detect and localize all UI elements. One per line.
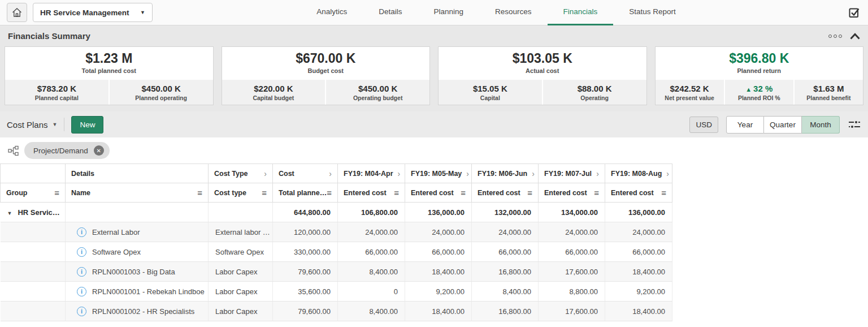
more-options-icon[interactable] <box>828 35 842 38</box>
month-value[interactable]: 16,800.00 <box>472 262 539 282</box>
planned-capital-value: $783.20 K <box>37 84 76 94</box>
planned-benefit-value: $1.63 M <box>813 84 844 94</box>
plan-name: RPLN0001002 - HR Specialists <box>92 307 194 316</box>
info-icon[interactable]: i <box>77 247 86 257</box>
plan-name: Software Opex <box>92 248 141 256</box>
trend-up-icon: ▲ <box>745 86 752 93</box>
column-menu-icon[interactable]: ≡ <box>527 188 532 197</box>
actual-cost-value: $103.05 K <box>513 51 572 66</box>
table-group-row[interactable]: ▼HR Servic… 644,800.00 106,800.00 136,00… <box>1 203 672 222</box>
group-month-value: 136,000.00 <box>605 203 672 222</box>
new-button[interactable]: New <box>71 116 103 134</box>
financials-summary-section: Financials Summary $1.23 M Total planned… <box>0 25 868 111</box>
info-icon[interactable]: i <box>77 307 86 316</box>
period-quarter-button[interactable]: Quarter <box>764 116 802 134</box>
grouping-filter-row: Project/Demand ✕ <box>0 137 868 164</box>
group-column-header: Group≡ <box>1 183 66 203</box>
budget-cost-value: $670.00 K <box>296 51 355 66</box>
card-actual-cost: $103.05 K Actual cost $15.05 K Capital $… <box>438 46 647 105</box>
card-total-planned-cost: $1.23 M Total planned cost $783.20 K Pla… <box>5 46 214 105</box>
table-row[interactable]: iSoftware Opex Software Opex 330,000.00 … <box>1 242 672 262</box>
month-value[interactable]: 9,200.00 <box>605 282 672 302</box>
month-value[interactable]: 8,400.00 <box>338 262 405 282</box>
capital-budget-value: $220.00 K <box>254 84 293 94</box>
month-value[interactable]: 18,400.00 <box>405 302 472 321</box>
month-value[interactable]: 66,000.00 <box>539 242 605 262</box>
cost-plans-dropdown[interactable]: Cost Plans ▼ <box>7 120 57 130</box>
planned-capital-label: Planned capital <box>35 94 79 101</box>
column-menu-icon[interactable]: ≡ <box>661 188 666 197</box>
month-value[interactable]: 17,600.00 <box>539 302 605 321</box>
info-icon[interactable]: i <box>77 267 86 277</box>
month-value[interactable]: 16,800.00 <box>472 302 539 321</box>
group-by-chip[interactable]: Project/Demand ✕ <box>24 142 110 159</box>
month-value[interactable]: 24,000.00 <box>405 222 472 242</box>
fy19-m06-header[interactable]: FY19: M06-Jun› <box>472 164 539 183</box>
plan-name: RPLN0001001 - Rebekah Lindboe <box>92 287 205 296</box>
collapse-chevron-up-icon[interactable] <box>850 33 860 40</box>
month-value[interactable]: 24,000.00 <box>539 222 605 242</box>
month-value[interactable]: 8,800.00 <box>539 282 605 302</box>
chevron-right-icon: › <box>264 169 267 178</box>
month-value[interactable]: 66,000.00 <box>338 242 405 262</box>
summary-title: Financials Summary <box>8 31 90 41</box>
month-value[interactable]: 66,000.00 <box>405 242 472 262</box>
fy19-m07-header[interactable]: FY19: M07-Jul› <box>539 164 605 183</box>
cost-type-column-header: Cost type≡ <box>209 183 273 203</box>
home-button[interactable] <box>7 3 27 22</box>
plan-name: External Labor <box>92 228 140 236</box>
month-value[interactable]: 66,000.00 <box>605 242 672 262</box>
column-menu-icon[interactable]: ≡ <box>394 188 399 197</box>
tab-financials[interactable]: Financials <box>548 0 614 25</box>
tab-resources[interactable]: Resources <box>479 0 548 25</box>
month-value[interactable]: 66,000.00 <box>472 242 539 262</box>
month-value[interactable]: 8,400.00 <box>472 282 539 302</box>
tab-analytics[interactable]: Analytics <box>301 0 363 25</box>
planned-return-label: Planned return <box>737 67 781 74</box>
month-value[interactable]: 18,400.00 <box>605 302 672 321</box>
table-row[interactable]: iRPLN0001001 - Rebekah Lindboe Labor Cap… <box>1 282 672 302</box>
currency-button[interactable]: USD <box>689 117 718 133</box>
fy19-m05-header[interactable]: FY19: M05-May› <box>405 164 472 183</box>
tasks-checkbox-button[interactable] <box>848 6 861 19</box>
month-value[interactable]: 9,200.00 <box>405 282 472 302</box>
plan-total: 120,000.00 <box>273 222 338 242</box>
column-menu-icon[interactable]: ≡ <box>197 188 202 197</box>
month-value[interactable]: 24,000.00 <box>338 222 405 242</box>
column-menu-icon[interactable]: ≡ <box>54 188 59 197</box>
period-year-button[interactable]: Year <box>726 116 764 134</box>
info-icon[interactable]: i <box>77 227 86 237</box>
month-value[interactable]: 18,400.00 <box>605 262 672 282</box>
table-row[interactable]: iExternal Labor External labor … 120,000… <box>1 222 672 242</box>
column-menu-icon[interactable]: ≡ <box>594 188 599 197</box>
tab-status-report[interactable]: Status Report <box>613 0 692 25</box>
period-month-button[interactable]: Month <box>802 116 840 134</box>
settings-sliders-button[interactable] <box>848 118 861 131</box>
fy19-m08-header[interactable]: FY19: M08-Aug› <box>605 164 672 183</box>
month-value[interactable]: 8,400.00 <box>338 302 405 321</box>
tab-details[interactable]: Details <box>363 0 418 25</box>
collapse-group-icon[interactable]: ▼ <box>7 210 12 216</box>
month-value[interactable]: 0 <box>338 282 405 302</box>
fy19-m04-header[interactable]: FY19: M04-Apr› <box>338 164 405 183</box>
table-row[interactable]: iRPLN0001003 - Big Data Labor Capex 79,6… <box>1 262 672 282</box>
column-menu-icon[interactable]: ≡ <box>327 188 332 197</box>
month-value[interactable]: 18,400.00 <box>405 262 472 282</box>
column-menu-icon[interactable]: ≡ <box>262 188 267 197</box>
remove-chip-icon[interactable]: ✕ <box>94 145 104 156</box>
column-menu-icon[interactable]: ≡ <box>461 188 466 197</box>
project-selector-value: HR Service Management <box>40 8 129 17</box>
info-icon[interactable]: i <box>77 287 86 296</box>
project-selector-dropdown[interactable]: HR Service Management ▼ <box>33 3 153 22</box>
operating-budget-label: Operating budget <box>353 94 403 101</box>
tab-planning[interactable]: Planning <box>418 0 479 25</box>
cost-type-group-header[interactable]: Cost Type› <box>209 164 273 183</box>
cost-group-header[interactable]: Cost› <box>273 164 338 183</box>
plan-cost-type: Software Opex <box>209 242 273 262</box>
month-value[interactable]: 24,000.00 <box>605 222 672 242</box>
table-row[interactable]: iRPLN0001002 - HR Specialists Labor Cape… <box>1 302 672 321</box>
month-value[interactable]: 24,000.00 <box>472 222 539 242</box>
month-value[interactable]: 17,600.00 <box>539 262 605 282</box>
plan-total: 330,000.00 <box>273 242 338 262</box>
chevron-right-icon: › <box>666 169 669 178</box>
